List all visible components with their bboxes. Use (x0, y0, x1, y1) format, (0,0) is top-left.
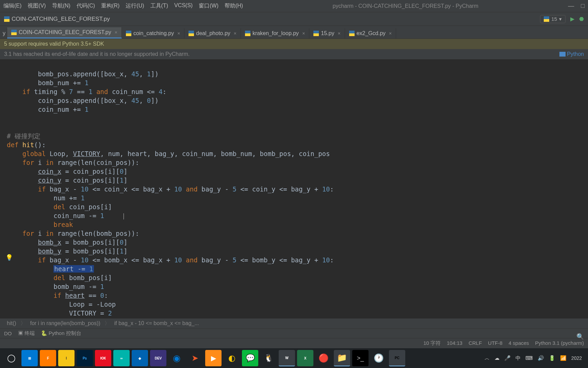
tool-window-bar: DO ▣ 终端 🐍 Python 控制台 (0, 328, 588, 338)
search-icon[interactable]: 🔍 (576, 333, 584, 340)
menu-help[interactable]: 帮助(H) (225, 2, 243, 10)
debug-button[interactable]: ⬣ (579, 16, 584, 22)
taskbar-app-icon[interactable]: F (40, 350, 56, 366)
tray-battery-icon[interactable]: 🔋 (549, 355, 555, 361)
chevron-right-icon: 〉 (20, 320, 26, 326)
breadcrumb-item[interactable]: if bag_x - 10 <= bomb_x <= bag_... (114, 320, 199, 326)
editor-tabs: y COIN-CATCHING_ELEC_FOREST.py × coin_ca… (0, 26, 588, 39)
taskbar-qq-icon[interactable]: 🐧 (260, 350, 277, 366)
taskbar-app-icon[interactable]: ⊞ (21, 350, 38, 366)
menu-view[interactable]: 视图(V) (28, 2, 46, 10)
tray-mic-icon[interactable]: 🎤 (504, 355, 511, 361)
status-interpreter[interactable]: Python 3.1 (pycharm) (535, 340, 584, 347)
taskbar-app-icon[interactable]: ◆ (132, 350, 148, 366)
eol-text: 3.1 has reached its end-of-life date and… (4, 51, 190, 57)
minimize-icon[interactable]: — (568, 2, 574, 10)
maximize-icon[interactable]: □ (581, 2, 585, 10)
text-caret (124, 213, 124, 219)
current-file-label[interactable]: COIN-CATCHING_ELEC_FOREST.py (4, 16, 110, 22)
taskbar-clock-icon[interactable]: 🕐 (371, 350, 387, 366)
svg-rect-11 (245, 33, 250, 36)
status-line-ending[interactable]: CRLF (469, 340, 482, 347)
taskbar-app-icon[interactable]: ➤ (187, 350, 203, 366)
todo-tool[interactable]: DO (4, 331, 12, 336)
taskbar-photoshop-icon[interactable]: Ps (77, 350, 93, 366)
run-config-selector[interactable]: 15 ▾ (540, 15, 566, 23)
close-icon[interactable]: × (115, 30, 117, 35)
python-file-icon (349, 31, 355, 36)
svg-rect-4 (11, 30, 17, 32)
svg-rect-15 (349, 33, 355, 36)
tab-label: kraken_for_loop.py (252, 30, 299, 36)
tray-clock[interactable]: 2022 (571, 355, 582, 361)
menu-tools[interactable]: 工具(T) (150, 2, 168, 10)
close-icon[interactable]: × (389, 31, 392, 36)
taskbar-explorer-icon[interactable]: 📁 (334, 350, 350, 366)
menu-code[interactable]: 代码(C) (77, 2, 95, 10)
tab-deal-photo[interactable]: deal_photo.py × (184, 28, 241, 39)
tab-ex2-gcd[interactable]: ex2_Gcd.py × (345, 28, 396, 39)
svg-rect-7 (126, 33, 131, 36)
taskbar-edge-icon[interactable]: ◉ (168, 350, 185, 366)
tab-label: deal_photo.py (196, 30, 230, 36)
code-editor[interactable]: 💡 bomb_pos.append([box_x, 45, 1]) bomb_n… (0, 59, 588, 318)
close-icon[interactable]: × (338, 31, 340, 36)
taskbar-word-icon[interactable]: W (279, 350, 295, 366)
window-controls: — □ (568, 2, 585, 10)
menu-window[interactable]: 窗口(W) (199, 2, 218, 10)
status-position[interactable]: 104:13 (447, 340, 462, 347)
menu-refactor[interactable]: 重构(R) (101, 2, 119, 10)
tab-coin-catching[interactable]: coin_catching.py × (122, 28, 184, 39)
python-file-icon (11, 30, 17, 35)
close-icon[interactable]: × (177, 31, 180, 36)
tab-15[interactable]: 15.py × (309, 28, 345, 39)
taskbar-app-icon[interactable]: ◐ (224, 350, 240, 366)
taskbar-wechat-icon[interactable]: 💬 (242, 350, 258, 366)
tab-hidden[interactable]: y (1, 28, 7, 39)
svg-rect-6 (126, 31, 131, 33)
tray-keyboard-icon[interactable]: ⌨ (525, 355, 533, 361)
tray-ime-icon[interactable]: 中 (516, 355, 521, 362)
intention-bulb-icon[interactable]: 💡 (5, 253, 13, 262)
svg-rect-5 (11, 32, 17, 35)
menu-navigate[interactable]: 导航(N) (52, 2, 70, 10)
breadcrumb-item[interactable]: hit() (7, 320, 16, 326)
tab-kraken[interactable]: kraken_for_loop.py × (241, 28, 309, 39)
taskbar-terminal-icon[interactable]: >_ (352, 350, 369, 366)
taskbar-chrome-icon[interactable]: 🔴 (315, 350, 332, 366)
svg-rect-13 (313, 33, 319, 36)
status-encoding[interactable]: UTF-8 (488, 340, 503, 347)
menu-edit[interactable]: 编辑(E) (3, 2, 21, 10)
status-indent[interactable]: 4 spaces (509, 340, 529, 347)
title-bar: 编辑(E) 视图(V) 导航(N) 代码(C) 重构(R) 运行(U) 工具(T… (0, 0, 588, 12)
tray-wifi-icon[interactable]: 📶 (560, 355, 567, 361)
taskbar-arduino-icon[interactable]: ∞ (113, 350, 130, 366)
taskbar-app-icon[interactable]: ЮК (95, 350, 111, 366)
menu-vcs[interactable]: VCS(S) (174, 2, 193, 10)
tray-onedrive-icon[interactable]: ☁ (494, 355, 500, 361)
close-icon[interactable]: × (302, 31, 305, 36)
window-title: pycharm - COIN-CATCHING_ELEC_FOREST.py -… (243, 3, 568, 9)
run-button[interactable]: ▶ (570, 16, 574, 22)
taskbar-app-icon[interactable]: I (58, 350, 75, 366)
taskbar-excel-icon[interactable]: X (297, 350, 313, 366)
tab-label: ex2_Gcd.py (357, 30, 386, 36)
python-console-tool[interactable]: 🐍 Python 控制台 (41, 330, 81, 337)
python-link[interactable]: Python (559, 51, 584, 57)
svg-rect-1 (4, 19, 10, 22)
svg-rect-3 (544, 19, 549, 22)
taskbar-media-icon[interactable]: ▶ (205, 350, 222, 366)
menu-run[interactable]: 运行(U) (126, 2, 144, 10)
tray-chevron-icon[interactable]: ︿ (485, 355, 490, 362)
eol-warning-banner: 3.1 has reached its end-of-life date and… (0, 49, 588, 59)
svg-rect-10 (245, 31, 250, 33)
start-button[interactable]: ◯ (3, 350, 19, 366)
breadcrumb-item[interactable]: for i in range(len(bomb_pos)) (30, 320, 100, 326)
taskbar-pycharm-icon[interactable]: PC (389, 350, 405, 366)
terminal-tool[interactable]: ▣ 终端 (18, 330, 35, 337)
close-icon[interactable]: × (234, 31, 236, 36)
tray-volume-icon[interactable]: 🔊 (538, 355, 544, 361)
taskbar-dev-icon[interactable]: DEV (150, 350, 166, 366)
menu-bar: 编辑(E) 视图(V) 导航(N) 代码(C) 重构(R) 运行(U) 工具(T… (3, 2, 243, 10)
tab-coin-catching-elec[interactable]: COIN-CATCHING_ELEC_FOREST.py × (7, 27, 122, 39)
